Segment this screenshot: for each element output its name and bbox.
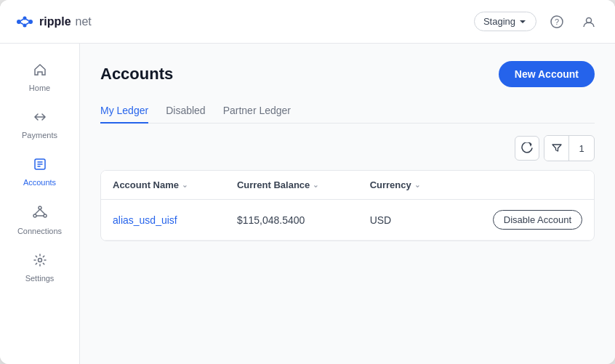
tab-disabled[interactable]: Disabled [166,99,205,124]
svg-line-7 [21,23,24,24]
svg-text:?: ? [555,17,559,26]
filter-button[interactable] [544,136,569,161]
refresh-icon [521,142,533,154]
content-header: Accounts New Account [100,61,595,87]
logo: ripplenet [15,15,92,29]
tab-bar: My Ledger Disabled Partner Ledger [100,99,595,124]
sort-chevron-account: ⌄ [182,181,188,189]
svg-line-4 [21,19,24,20]
logo-suffix: net [76,15,92,28]
environment-label: Staging [483,16,515,27]
refresh-button[interactable] [515,136,539,161]
svg-point-2 [28,20,33,24]
col-header-account-name[interactable]: Account Name ⌄ [101,171,225,200]
svg-point-15 [39,206,41,209]
accounts-icon [33,157,47,175]
currency-cell: USD [358,200,451,240]
user-icon [582,15,595,28]
logo-text: ripple [39,15,71,28]
svg-point-17 [44,214,47,217]
svg-point-1 [23,16,27,20]
svg-point-3 [23,23,27,27]
filter-icon [552,143,562,153]
svg-line-18 [35,209,40,214]
help-button[interactable]: ? [545,10,568,33]
app-window: ripplenet Staging ? [0,0,615,364]
sidebar-item-connections-label: Connections [17,227,62,235]
table-header-row: Account Name ⌄ Current Balance ⌄ [101,171,594,200]
account-name-cell: alias_usd_uisf [101,200,225,240]
accounts-table: Account Name ⌄ Current Balance ⌄ [100,170,595,241]
sort-chevron-currency: ⌄ [414,181,420,189]
filter-group: 1 [544,135,595,161]
home-icon [33,62,47,81]
chevron-down-icon [518,17,527,26]
svg-line-5 [26,19,29,20]
environment-selector[interactable]: Staging [474,12,536,31]
sidebar-item-payments[interactable]: Payments [8,102,72,147]
table-toolbar: 1 [100,135,595,161]
sidebar-item-accounts-label: Accounts [23,178,56,187]
svg-line-19 [40,209,45,214]
col-header-actions [451,171,594,200]
sidebar-item-connections[interactable]: Connections [8,197,72,243]
svg-line-6 [26,23,29,24]
user-profile-button[interactable] [577,10,600,33]
new-account-button[interactable]: New Account [499,61,595,87]
content-area: Accounts New Account My Ledger Disabled … [80,44,615,364]
svg-point-0 [17,20,21,24]
col-header-currency[interactable]: Currency ⌄ [358,171,451,200]
disable-account-button[interactable]: Disable Account [493,210,582,230]
filter-count: 1 [569,136,594,161]
tab-partner-ledger[interactable]: Partner Ledger [223,99,291,124]
col-header-balance[interactable]: Current Balance ⌄ [225,171,358,200]
topbar-right: Staging ? [474,10,600,33]
sidebar-item-payments-label: Payments [22,131,57,139]
sort-chevron-balance: ⌄ [313,181,318,189]
table-row: alias_usd_uisf $115,048.5400 USD Disable… [101,200,594,240]
account-name-link[interactable]: alias_usd_uisf [113,214,177,226]
settings-icon [33,253,47,271]
sidebar-item-home-label: Home [29,84,50,92]
sidebar-item-home[interactable]: Home [8,55,72,100]
sidebar-item-accounts[interactable]: Accounts [8,150,72,194]
page-title: Accounts [100,65,173,84]
tab-my-ledger[interactable]: My Ledger [100,99,148,124]
sidebar-item-settings[interactable]: Settings [8,246,72,290]
table: Account Name ⌄ Current Balance ⌄ [101,171,594,240]
payments-icon [33,110,47,128]
actions-cell: Disable Account [451,200,594,240]
ripple-logo-icon [15,15,35,29]
connections-icon [32,204,48,224]
sidebar: Home Payments Accounts [0,44,80,364]
sidebar-item-settings-label: Settings [25,274,55,283]
balance-cell: $115,048.5400 [225,200,358,240]
svg-point-16 [33,214,36,217]
help-icon: ? [550,15,563,28]
svg-point-21 [38,259,41,262]
main-layout: Home Payments Accounts [0,44,615,364]
topbar: ripplenet Staging ? [0,0,615,44]
